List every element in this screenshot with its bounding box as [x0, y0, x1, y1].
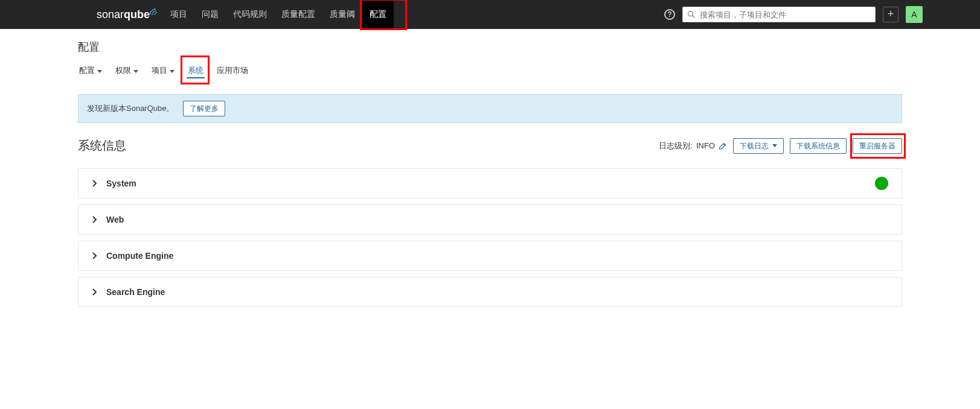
logo-text-light: sonar	[97, 8, 124, 21]
subnav-item-system[interactable]: 系统	[187, 63, 205, 78]
subnav-label: 配置	[79, 65, 95, 76]
caret-down-icon	[97, 70, 102, 73]
logo-text-bold: qube	[124, 8, 150, 21]
logo[interactable]: sonarqube	[97, 8, 150, 21]
section-header: 系统信息 日志级别: INFO 下载日志 下载系统信息 重启服务器	[78, 138, 902, 154]
chevron-right-icon	[92, 216, 98, 223]
avatar[interactable]: A	[906, 6, 923, 23]
nav-item-projects[interactable]: 项目	[163, 0, 194, 29]
nav-label: 项目	[170, 9, 187, 20]
caret-down-icon	[170, 70, 175, 73]
nav-item-quality-profiles[interactable]: 质量配置	[274, 0, 322, 29]
subnav-label: 系统	[188, 65, 203, 76]
subnav: 配置 权限 项目 系统 应用市场	[78, 63, 902, 78]
status-dot-green	[875, 177, 888, 190]
panel-title: Compute Engine	[106, 251, 173, 261]
button-label: 了解更多	[190, 103, 219, 114]
panel-search-engine[interactable]: Search Engine	[78, 277, 902, 307]
notice-text: 发现新版本SonarQube。	[87, 103, 175, 114]
create-button[interactable]: +	[883, 7, 898, 22]
nav-item-issues[interactable]: 问题	[194, 0, 226, 29]
button-label: 下载日志	[740, 141, 769, 151]
subnav-label: 权限	[115, 65, 131, 76]
caret-down-icon	[133, 70, 138, 73]
page: 配置 配置 权限 项目 系统 应用市场 发现新版本SonarQube。 了解更多…	[78, 29, 902, 307]
restart-server-button[interactable]: 重启服务器	[853, 138, 902, 154]
avatar-initial: A	[911, 10, 917, 19]
subnav-item-marketplace[interactable]: 应用市场	[216, 63, 249, 78]
subnav-label: 应用市场	[217, 65, 248, 76]
panel-title: Search Engine	[106, 287, 165, 297]
nav-label: 质量配置	[281, 9, 315, 20]
subnav-item-projects[interactable]: 项目	[150, 63, 176, 78]
download-logs-button[interactable]: 下载日志	[733, 138, 784, 154]
panel-compute-engine[interactable]: Compute Engine	[78, 241, 902, 271]
panel-title: Web	[106, 215, 124, 224]
download-sysinfo-button[interactable]: 下载系统信息	[790, 138, 847, 154]
edit-loglevel-icon[interactable]	[719, 142, 727, 150]
panel-web[interactable]: Web	[78, 204, 902, 235]
nav-label: 配置	[370, 9, 386, 20]
nav-label: 问题	[202, 9, 219, 20]
button-label: 下载系统信息	[796, 141, 840, 151]
help-icon[interactable]: ?	[664, 9, 675, 20]
section-title: 系统信息	[78, 138, 126, 154]
chevron-right-icon	[92, 252, 98, 259]
update-notice: 发现新版本SonarQube。 了解更多	[78, 94, 902, 123]
panel-system[interactable]: System	[78, 168, 902, 198]
top-nav: sonarqube 项目 问题 代码规则 质量配置 质量阈 配置 ? + A	[0, 0, 980, 29]
log-level-value: INFO	[696, 141, 715, 150]
nav-item-quality-gates[interactable]: 质量阈	[322, 0, 362, 29]
caret-down-icon	[772, 144, 777, 147]
nav-items: 项目 问题 代码规则 质量配置 质量阈 配置	[163, 0, 394, 29]
chevron-right-icon	[92, 288, 98, 296]
subnav-label: 项目	[152, 65, 167, 76]
nav-label: 代码规则	[233, 9, 267, 20]
button-label: 重启服务器	[859, 141, 895, 151]
section-actions: 日志级别: INFO 下载日志 下载系统信息 重启服务器	[659, 138, 902, 154]
nav-item-rules[interactable]: 代码规则	[226, 0, 274, 29]
nav-label: 质量阈	[330, 9, 355, 20]
subnav-item-security[interactable]: 权限	[114, 63, 139, 78]
log-level-label: 日志级别:	[659, 141, 693, 151]
learn-more-button[interactable]: 了解更多	[183, 101, 225, 116]
nav-item-admin[interactable]: 配置	[362, 0, 394, 29]
panel-title: System	[106, 179, 136, 188]
subnav-item-config[interactable]: 配置	[78, 63, 103, 78]
search-wrap	[682, 7, 876, 22]
log-level: 日志级别: INFO	[659, 141, 727, 151]
logo-waves-icon	[149, 7, 158, 16]
chevron-right-icon	[92, 180, 98, 187]
search-input[interactable]	[682, 7, 876, 22]
top-nav-right: ? + A	[664, 6, 980, 23]
page-title: 配置	[78, 40, 902, 54]
